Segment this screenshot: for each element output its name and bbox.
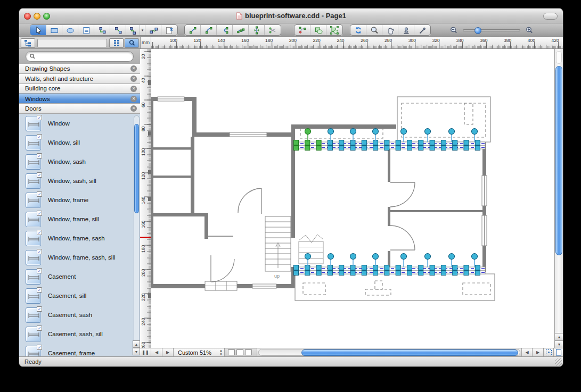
- horizontal-scrollbar[interactable]: [258, 349, 520, 356]
- sliding-door[interactable]: [205, 281, 237, 290]
- shape-item-casement[interactable]: ✓Casement: [19, 267, 140, 286]
- vertical-scroll-thumb[interactable]: [555, 66, 562, 255]
- shape-checkbox[interactable]: ✓: [37, 326, 42, 331]
- category-close-icon[interactable]: ✕: [130, 65, 137, 72]
- small-staircase[interactable]: up: [299, 235, 323, 270]
- shape-checkbox[interactable]: ✓: [37, 268, 42, 273]
- horizontal-scroll-thumb[interactable]: [301, 349, 518, 356]
- smart-connector-dropdown-caret[interactable]: ▾: [140, 25, 145, 35]
- pause-pages-button[interactable]: ❚❚: [140, 348, 151, 356]
- bezier-connector-tool-button[interactable]: [145, 25, 161, 35]
- staircase[interactable]: up: [265, 216, 291, 279]
- curve-tool-button[interactable]: [217, 25, 233, 35]
- category-close-icon[interactable]: ✕: [130, 86, 137, 92]
- category-building-core[interactable]: Building core✕: [19, 84, 140, 94]
- zoom-level-display[interactable]: Custom 51% ▲▼: [174, 348, 225, 356]
- shape-thumbnail[interactable]: ✓: [26, 135, 41, 151]
- scroll-up-arrow[interactable]: ▲: [133, 340, 140, 348]
- category-drawing-shapes[interactable]: Drawing Shapes✕: [19, 64, 140, 74]
- shape-item-window-frame-sash-sill[interactable]: ✓Window, frame, sash, sill: [19, 248, 140, 267]
- shape-list[interactable]: ✓Window✓Window, sill✓Window, sash✓Window…: [19, 114, 140, 356]
- shape-item-window-frame[interactable]: ✓Window, frame: [19, 190, 140, 210]
- search-button[interactable]: [125, 38, 139, 48]
- shape-thumbnail[interactable]: ✓: [26, 116, 41, 131]
- bezier-tool-button[interactable]: [233, 25, 249, 35]
- shape-thumbnail[interactable]: ✓: [26, 154, 41, 170]
- shape-thumbnail[interactable]: ✓: [26, 327, 41, 342]
- category-walls-shell-and-structure[interactable]: Walls, shell and structure✕: [19, 74, 140, 84]
- eyedropper-tool-button[interactable]: [414, 25, 430, 35]
- shape-checkbox[interactable]: ✓: [37, 191, 42, 197]
- shape-checkbox[interactable]: ✓: [37, 153, 42, 159]
- remove-shape-tool-button[interactable]: [161, 25, 177, 35]
- shape-checkbox[interactable]: ✓: [37, 134, 42, 139]
- ungroup-tool-button[interactable]: [326, 25, 342, 35]
- zoom-slider-track[interactable]: [463, 29, 520, 31]
- direct-connector-tool-button[interactable]: [110, 25, 126, 35]
- shape-checkbox[interactable]: ✓: [37, 249, 42, 254]
- shape-thumbnail[interactable]: ✓: [26, 250, 41, 265]
- split-tool-button[interactable]: [265, 25, 281, 35]
- title-bar[interactable]: blueprint-software.cdd - Page1: [19, 9, 563, 23]
- smart-connector-tool-button[interactable]: [126, 25, 140, 35]
- line-tool-button[interactable]: [185, 25, 201, 35]
- shape-item-casement-sash-sill[interactable]: ✓Casement, sash, sill: [19, 324, 140, 344]
- shape-item-window-sash-sill[interactable]: ✓Window, sash, sill: [19, 171, 140, 190]
- vertical-scrollbar[interactable]: ▲ ▼: [554, 49, 563, 348]
- floor-plan[interactable]: up up: [151, 49, 554, 348]
- shape-item-casement-sash[interactable]: ✓Casement, sash: [19, 305, 140, 324]
- actual-size-button[interactable]: [553, 348, 563, 356]
- drawing-canvas[interactable]: up up: [151, 49, 554, 348]
- shape-thumbnail[interactable]: ✓: [26, 231, 41, 246]
- shape-checkbox[interactable]: ✓: [37, 172, 42, 178]
- horizontal-ruler[interactable]: 1001201401601802002202402602803003203403…: [151, 37, 563, 49]
- category-close-icon[interactable]: ✕: [130, 96, 137, 102]
- zoom-slider-thumb[interactable]: [474, 27, 481, 34]
- shape-thumbnail[interactable]: ✓: [26, 173, 41, 189]
- scroll-down-button[interactable]: ▼: [555, 340, 563, 348]
- search-input[interactable]: [38, 53, 133, 60]
- shape-checkbox[interactable]: ✓: [37, 211, 42, 216]
- move-node-tool-button[interactable]: [249, 25, 265, 35]
- shape-thumbnail[interactable]: ✓: [26, 288, 41, 304]
- previous-page-button[interactable]: ◀: [151, 348, 162, 356]
- pan-tool-button[interactable]: [382, 25, 398, 35]
- library-tree-button[interactable]: [21, 38, 35, 48]
- fit-page-button[interactable]: [544, 348, 553, 356]
- pointer-tool-button[interactable]: [30, 25, 46, 35]
- category-windows[interactable]: Windows✕: [19, 94, 140, 104]
- shape-checkbox[interactable]: ✓: [37, 287, 42, 293]
- shape-item-window[interactable]: ✓Window: [19, 114, 140, 133]
- zoom-out-icon[interactable]: [449, 26, 459, 35]
- shape-thumbnail[interactable]: ✓: [26, 212, 41, 227]
- shape-thumbnail[interactable]: ✓: [26, 346, 41, 357]
- zoom-in-icon[interactable]: [525, 26, 534, 35]
- category-close-icon[interactable]: ✕: [130, 76, 137, 82]
- scroll-left-button[interactable]: ◀: [521, 348, 533, 356]
- shape-item-casement-frame[interactable]: ✓Casement, frame: [19, 344, 140, 356]
- stamp-tool-button[interactable]: [398, 25, 414, 35]
- ellipse-tool-button[interactable]: [62, 25, 78, 35]
- group-tool-button[interactable]: [310, 25, 326, 35]
- scroll-right-button[interactable]: ▶: [533, 348, 544, 356]
- scroll-up-button[interactable]: ▲: [555, 333, 563, 340]
- shape-checkbox[interactable]: ✓: [37, 345, 42, 350]
- category-close-icon[interactable]: ✕: [130, 105, 137, 112]
- refresh-tool-button[interactable]: [350, 25, 366, 35]
- shape-thumbnail[interactable]: ✓: [26, 269, 41, 285]
- shape-item-window-frame-sill[interactable]: ✓Window, frame, sill: [19, 210, 140, 229]
- shape-checkbox[interactable]: ✓: [37, 230, 42, 235]
- resize-grip[interactable]: [555, 358, 562, 366]
- shape-item-window-sash[interactable]: ✓Window, sash: [19, 152, 140, 171]
- toolbar-toggle-pill[interactable]: [543, 13, 558, 20]
- shape-item-casement-sill[interactable]: ✓Casement, sill: [19, 286, 140, 305]
- search-field[interactable]: [26, 51, 134, 62]
- arc-tool-button[interactable]: [201, 25, 217, 35]
- next-page-button[interactable]: ▶: [162, 348, 174, 356]
- shape-item-window-frame-sash[interactable]: ✓Window, frame, sash: [19, 229, 140, 248]
- shape-list-scrollbar[interactable]: [134, 115, 140, 347]
- vertical-ruler[interactable]: 20406080100120140160180200220240260: [140, 49, 151, 348]
- view-mode-2-button[interactable]: [236, 349, 243, 355]
- library-name-field[interactable]: [37, 39, 107, 47]
- shape-thumbnail[interactable]: ✓: [26, 307, 41, 323]
